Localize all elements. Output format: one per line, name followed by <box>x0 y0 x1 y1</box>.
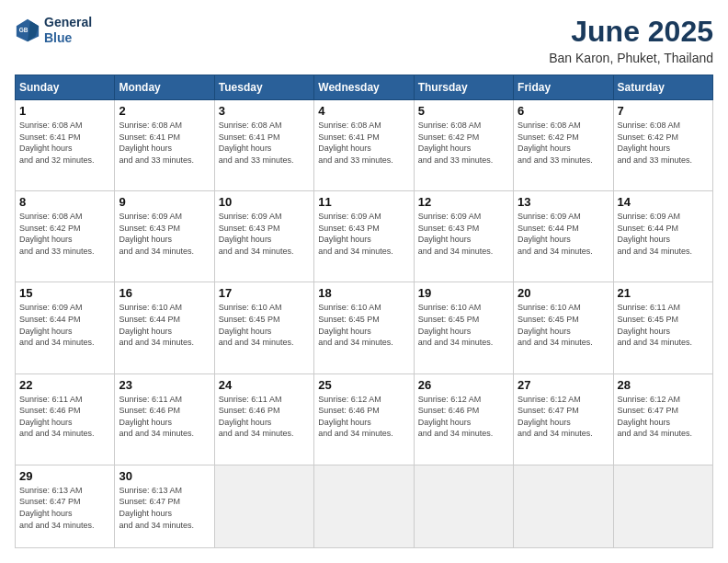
day-info: Sunrise: 6:08 AM Sunset: 6:41 PM Dayligh… <box>119 120 210 166</box>
title-block: June 2025 Ban Karon, Phuket, Thailand <box>549 15 713 65</box>
col-sunday: Sunday <box>16 75 115 100</box>
logo-icon: GB <box>15 17 40 43</box>
day-number: 25 <box>318 378 409 392</box>
table-row: 30 Sunrise: 6:13 AM Sunset: 6:47 PM Dayl… <box>115 465 214 547</box>
table-row: 12 Sunrise: 6:09 AM Sunset: 6:43 PM Dayl… <box>414 191 513 282</box>
day-number: 8 <box>19 195 110 209</box>
day-number: 24 <box>219 378 310 392</box>
day-info: Sunrise: 6:10 AM Sunset: 6:45 PM Dayligh… <box>518 302 609 348</box>
logo-text: General Blue <box>44 15 92 46</box>
table-row: 13 Sunrise: 6:09 AM Sunset: 6:44 PM Dayl… <box>514 191 613 282</box>
table-row: 23 Sunrise: 6:11 AM Sunset: 6:46 PM Dayl… <box>115 373 214 465</box>
col-monday: Monday <box>115 75 214 100</box>
day-info: Sunrise: 6:08 AM Sunset: 6:42 PM Dayligh… <box>19 211 110 257</box>
day-info: Sunrise: 6:08 AM Sunset: 6:41 PM Dayligh… <box>219 120 310 166</box>
table-row: 24 Sunrise: 6:11 AM Sunset: 6:46 PM Dayl… <box>214 373 313 465</box>
day-number: 5 <box>418 104 509 118</box>
table-row: 5 Sunrise: 6:08 AM Sunset: 6:42 PM Dayli… <box>414 100 513 191</box>
day-number: 11 <box>318 195 409 209</box>
table-row: 11 Sunrise: 6:09 AM Sunset: 6:43 PM Dayl… <box>314 191 414 282</box>
day-number: 13 <box>518 195 609 209</box>
day-info: Sunrise: 6:10 AM Sunset: 6:45 PM Dayligh… <box>418 302 509 348</box>
table-row: 25 Sunrise: 6:12 AM Sunset: 6:46 PM Dayl… <box>314 373 414 465</box>
calendar-row: 8 Sunrise: 6:08 AM Sunset: 6:42 PM Dayli… <box>16 191 713 282</box>
subtitle: Ban Karon, Phuket, Thailand <box>549 51 713 65</box>
day-number: 29 <box>19 469 110 483</box>
col-saturday: Saturday <box>613 75 712 100</box>
day-info: Sunrise: 6:11 AM Sunset: 6:46 PM Dayligh… <box>219 394 310 440</box>
table-row: 6 Sunrise: 6:08 AM Sunset: 6:42 PM Dayli… <box>514 100 613 191</box>
table-row: 26 Sunrise: 6:12 AM Sunset: 6:46 PM Dayl… <box>414 373 513 465</box>
col-thursday: Thursday <box>414 75 513 100</box>
calendar-row: 22 Sunrise: 6:11 AM Sunset: 6:46 PM Dayl… <box>16 373 713 465</box>
table-row: 20 Sunrise: 6:10 AM Sunset: 6:45 PM Dayl… <box>514 282 613 373</box>
day-number: 10 <box>219 195 310 209</box>
col-friday: Friday <box>514 75 613 100</box>
table-row: 7 Sunrise: 6:08 AM Sunset: 6:42 PM Dayli… <box>613 100 712 191</box>
col-tuesday: Tuesday <box>214 75 313 100</box>
day-info: Sunrise: 6:09 AM Sunset: 6:44 PM Dayligh… <box>19 302 110 348</box>
day-info: Sunrise: 6:08 AM Sunset: 6:42 PM Dayligh… <box>418 120 509 166</box>
calendar-header-row: Sunday Monday Tuesday Wednesday Thursday… <box>16 75 713 100</box>
day-number: 28 <box>618 378 709 392</box>
day-number: 27 <box>518 378 609 392</box>
table-row: 1 Sunrise: 6:08 AM Sunset: 6:41 PM Dayli… <box>16 100 115 191</box>
day-number: 12 <box>418 195 509 209</box>
day-number: 9 <box>119 195 210 209</box>
table-row: 4 Sunrise: 6:08 AM Sunset: 6:41 PM Dayli… <box>314 100 414 191</box>
day-info: Sunrise: 6:09 AM Sunset: 6:44 PM Dayligh… <box>618 211 709 257</box>
day-info: Sunrise: 6:08 AM Sunset: 6:42 PM Dayligh… <box>618 120 709 166</box>
logo: GB General Blue <box>15 15 92 46</box>
day-info: Sunrise: 6:08 AM Sunset: 6:42 PM Dayligh… <box>518 120 609 166</box>
calendar-row: 15 Sunrise: 6:09 AM Sunset: 6:44 PM Dayl… <box>16 282 713 373</box>
day-number: 7 <box>618 104 709 118</box>
day-info: Sunrise: 6:08 AM Sunset: 6:41 PM Dayligh… <box>19 120 110 166</box>
day-info: Sunrise: 6:10 AM Sunset: 6:45 PM Dayligh… <box>318 302 409 348</box>
day-info: Sunrise: 6:11 AM Sunset: 6:46 PM Dayligh… <box>119 394 210 440</box>
day-number: 15 <box>19 286 110 300</box>
table-row: 17 Sunrise: 6:10 AM Sunset: 6:45 PM Dayl… <box>214 282 313 373</box>
day-info: Sunrise: 6:09 AM Sunset: 6:43 PM Dayligh… <box>418 211 509 257</box>
day-info: Sunrise: 6:09 AM Sunset: 6:43 PM Dayligh… <box>318 211 409 257</box>
day-info: Sunrise: 6:09 AM Sunset: 6:43 PM Dayligh… <box>119 211 210 257</box>
table-row: 21 Sunrise: 6:11 AM Sunset: 6:45 PM Dayl… <box>613 282 712 373</box>
day-number: 4 <box>318 104 409 118</box>
table-row: 14 Sunrise: 6:09 AM Sunset: 6:44 PM Dayl… <box>613 191 712 282</box>
calendar-row: 1 Sunrise: 6:08 AM Sunset: 6:41 PM Dayli… <box>16 100 713 191</box>
day-info: Sunrise: 6:11 AM Sunset: 6:46 PM Dayligh… <box>19 394 110 440</box>
table-row: 19 Sunrise: 6:10 AM Sunset: 6:45 PM Dayl… <box>414 282 513 373</box>
day-number: 19 <box>418 286 509 300</box>
day-number: 6 <box>518 104 609 118</box>
day-number: 1 <box>19 104 110 118</box>
table-row: 18 Sunrise: 6:10 AM Sunset: 6:45 PM Dayl… <box>314 282 414 373</box>
table-row: 15 Sunrise: 6:09 AM Sunset: 6:44 PM Dayl… <box>16 282 115 373</box>
day-info: Sunrise: 6:09 AM Sunset: 6:44 PM Dayligh… <box>518 211 609 257</box>
day-info: Sunrise: 6:11 AM Sunset: 6:45 PM Dayligh… <box>618 302 709 348</box>
day-number: 16 <box>119 286 210 300</box>
table-row: 22 Sunrise: 6:11 AM Sunset: 6:46 PM Dayl… <box>16 373 115 465</box>
day-info: Sunrise: 6:09 AM Sunset: 6:43 PM Dayligh… <box>219 211 310 257</box>
day-info: Sunrise: 6:13 AM Sunset: 6:47 PM Dayligh… <box>119 485 210 531</box>
table-row <box>514 465 613 547</box>
day-number: 23 <box>119 378 210 392</box>
page: GB General Blue June 2025 Ban Karon, Phu… <box>0 0 728 563</box>
table-row <box>613 465 712 547</box>
day-info: Sunrise: 6:12 AM Sunset: 6:47 PM Dayligh… <box>618 394 709 440</box>
table-row: 27 Sunrise: 6:12 AM Sunset: 6:47 PM Dayl… <box>514 373 613 465</box>
day-info: Sunrise: 6:12 AM Sunset: 6:46 PM Dayligh… <box>318 394 409 440</box>
day-info: Sunrise: 6:10 AM Sunset: 6:45 PM Dayligh… <box>219 302 310 348</box>
svg-text:GB: GB <box>19 27 28 33</box>
day-number: 30 <box>119 469 210 483</box>
col-wednesday: Wednesday <box>314 75 414 100</box>
table-row: 2 Sunrise: 6:08 AM Sunset: 6:41 PM Dayli… <box>115 100 214 191</box>
day-number: 26 <box>418 378 509 392</box>
table-row: 3 Sunrise: 6:08 AM Sunset: 6:41 PM Dayli… <box>214 100 313 191</box>
day-number: 22 <box>19 378 110 392</box>
table-row <box>314 465 414 547</box>
day-info: Sunrise: 6:12 AM Sunset: 6:46 PM Dayligh… <box>418 394 509 440</box>
calendar-row: 29 Sunrise: 6:13 AM Sunset: 6:47 PM Dayl… <box>16 465 713 547</box>
day-number: 3 <box>219 104 310 118</box>
day-info: Sunrise: 6:10 AM Sunset: 6:44 PM Dayligh… <box>119 302 210 348</box>
day-info: Sunrise: 6:12 AM Sunset: 6:47 PM Dayligh… <box>518 394 609 440</box>
day-info: Sunrise: 6:13 AM Sunset: 6:47 PM Dayligh… <box>19 485 110 531</box>
